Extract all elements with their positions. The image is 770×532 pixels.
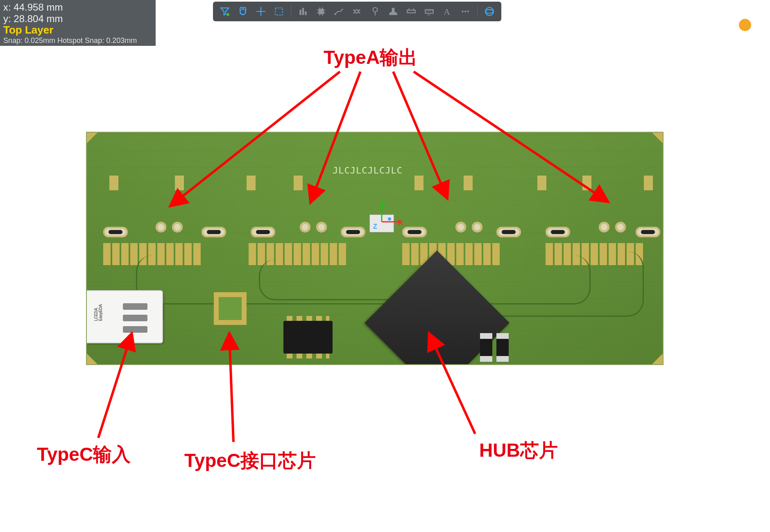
- top-pad: [175, 176, 184, 190]
- mounting-slot: [636, 227, 660, 237]
- board-corner: [87, 354, 97, 364]
- drill-hole: [156, 222, 166, 232]
- board-corner: [652, 354, 663, 364]
- trace: [163, 304, 392, 321]
- annotation-typec-input: TypeC输入: [37, 442, 131, 467]
- drill-hole: [472, 222, 482, 232]
- usbc-slot: [123, 315, 147, 321]
- mounting-slot: [202, 227, 226, 237]
- easyeda-logo: LCEDA EasyEDA: [94, 304, 103, 321]
- annotation-typec-iface: TypeC接口芯片: [184, 448, 316, 473]
- axis-z-label: Z: [373, 223, 377, 230]
- annotation-typea-output: TypeA输出: [324, 45, 417, 70]
- svg-marker-15: [380, 201, 383, 205]
- drill-hole: [300, 222, 310, 232]
- pcb-canvas[interactable]: JLCJLCJLCJLC: [0, 0, 770, 532]
- top-pad: [414, 176, 424, 190]
- usbc-slot: [123, 326, 147, 333]
- soic-chip[interactable]: [283, 321, 333, 354]
- usb-c-connector[interactable]: LCEDA EasyEDA: [86, 290, 163, 343]
- top-pad: [644, 176, 653, 190]
- top-pad: [247, 176, 256, 190]
- silkscreen-text: JLCJLCJLCJLC: [333, 165, 403, 176]
- usbc-slot: [123, 303, 147, 310]
- smd-component[interactable]: [496, 333, 509, 362]
- smd-component[interactable]: [480, 333, 492, 362]
- board-corner: [87, 133, 97, 143]
- mounting-slot: [496, 227, 521, 237]
- mounting-slot: [103, 227, 128, 237]
- drill-hole: [316, 222, 327, 232]
- top-pad: [294, 176, 303, 190]
- typec-interface-chip[interactable]: [214, 292, 247, 325]
- drill-hole: [615, 222, 626, 232]
- mounting-slot: [341, 227, 365, 237]
- drill-hole: [455, 222, 466, 232]
- svg-marker-17: [398, 220, 402, 223]
- top-pad: [537, 176, 546, 190]
- mounting-slot: [251, 227, 275, 237]
- mounting-slot: [402, 227, 427, 237]
- top-pad: [582, 176, 591, 190]
- pcb-board[interactable]: JLCJLCJLCJLC: [86, 132, 664, 365]
- drill-hole: [599, 222, 609, 232]
- top-pad: [464, 176, 473, 190]
- board-corner: [652, 133, 663, 143]
- mounting-slot: [546, 227, 570, 237]
- drill-hole: [172, 222, 183, 232]
- top-pad: [109, 176, 118, 190]
- axis-arrows-icon: [380, 201, 405, 226]
- annotation-hub-chip: HUB芯片: [479, 438, 558, 463]
